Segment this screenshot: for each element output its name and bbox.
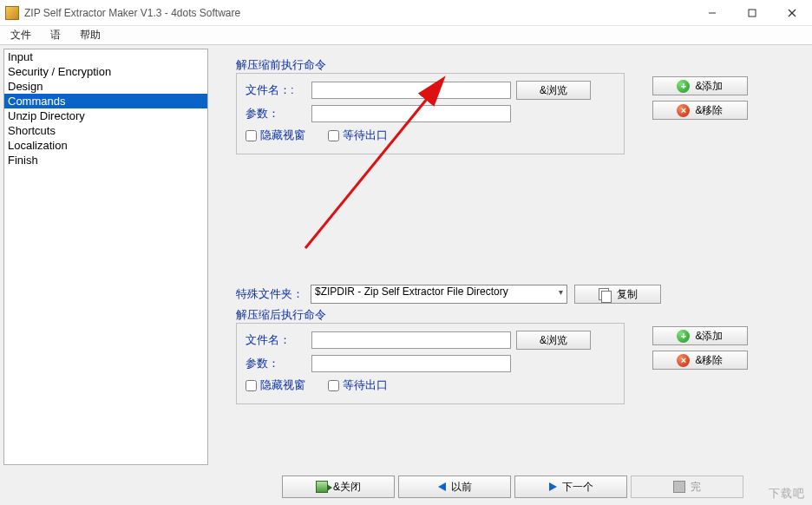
special-folder-value: $ZIPDIR - Zip Self Extractor File Direct… [315, 285, 508, 298]
minimize-button[interactable] [692, 0, 732, 25]
arrow-left-icon [438, 482, 446, 491]
after-remove-button[interactable]: × &移除 [652, 351, 748, 370]
after-browse-button[interactable]: &浏览 [516, 331, 591, 350]
sidebar-item-commands[interactable]: Commands [4, 94, 207, 108]
after-hide-window-input[interactable] [246, 380, 257, 391]
step-sidebar: Input Security / Encryption Design Comma… [3, 49, 208, 465]
menubar: 文件 语 帮助 [0, 26, 812, 45]
copy-label: 复制 [617, 287, 638, 302]
before-remove-button[interactable]: × &移除 [652, 101, 748, 120]
special-folder-label: 特殊文件夹： [236, 286, 304, 302]
copy-button[interactable]: 复制 [574, 285, 661, 304]
before-wait-exit-checkbox[interactable]: 等待出口 [328, 128, 388, 143]
before-wait-exit-label: 等待出口 [343, 128, 388, 143]
before-browse-label: &浏览 [540, 83, 567, 98]
group-before-box: 文件名：: &浏览 参数： 隐藏视窗 等待出口 [236, 73, 625, 154]
add-icon: + [677, 330, 690, 343]
after-wait-exit-checkbox[interactable]: 等待出口 [328, 377, 388, 393]
close-button[interactable] [772, 0, 812, 25]
after-hide-window-label: 隐藏视窗 [260, 377, 305, 393]
before-remove-label: &移除 [695, 103, 723, 118]
after-wait-exit-input[interactable] [328, 380, 339, 391]
before-hide-window-label: 隐藏视窗 [260, 128, 305, 143]
sidebar-item-design[interactable]: Design [4, 79, 207, 94]
before-wait-exit-input[interactable] [328, 130, 339, 141]
after-filename-input[interactable] [311, 331, 511, 349]
after-browse-label: &浏览 [540, 333, 567, 348]
window-titlebar: ZIP Self Extractor Maker V1.3 - 4dots So… [0, 0, 812, 26]
after-params-label: 参数： [246, 356, 306, 371]
sidebar-item-localization[interactable]: Localization [4, 138, 207, 153]
svg-rect-1 [749, 10, 756, 16]
group-after-title: 解压缩后执行命令 [236, 307, 326, 323]
menu-language[interactable]: 语 [47, 26, 64, 44]
menu-file[interactable]: 文件 [7, 26, 35, 44]
after-params-input[interactable] [311, 355, 511, 372]
wizard-nav: &关闭 以前 下一个 完 [219, 474, 807, 500]
menu-help[interactable]: 帮助 [76, 26, 104, 44]
group-before-title: 解压缩前执行命令 [236, 57, 326, 73]
remove-icon: × [677, 354, 690, 367]
before-filename-input[interactable] [311, 82, 511, 99]
door-exit-icon [316, 481, 328, 493]
after-remove-label: &移除 [695, 353, 723, 368]
sidebar-item-security[interactable]: Security / Encryption [4, 64, 207, 79]
after-add-label: &添加 [695, 329, 723, 344]
sidebar-item-finish[interactable]: Finish [4, 153, 207, 167]
sidebar-item-unzip-directory[interactable]: Unzip Directory [4, 108, 207, 123]
close-wizard-label: &关闭 [333, 480, 361, 495]
add-icon: + [677, 80, 690, 93]
main-panel: 解压缩前执行命令 文件名：: &浏览 参数： 隐藏视窗 [219, 49, 807, 465]
remove-icon: × [677, 104, 690, 117]
sidebar-item-input[interactable]: Input [4, 49, 207, 64]
maximize-button[interactable] [732, 0, 772, 25]
copy-icon [598, 287, 612, 301]
window-title: ZIP Self Extractor Maker V1.3 - 4dots So… [24, 7, 692, 19]
before-add-button[interactable]: + &添加 [652, 76, 748, 95]
before-hide-window-input[interactable] [246, 130, 257, 141]
before-params-input[interactable] [311, 105, 511, 122]
app-icon [5, 6, 19, 20]
close-wizard-button[interactable]: &关闭 [282, 475, 395, 498]
after-wait-exit-label: 等待出口 [343, 377, 388, 393]
sidebar-item-shortcuts[interactable]: Shortcuts [4, 123, 207, 138]
save-icon [673, 481, 685, 493]
arrow-right-icon [549, 482, 557, 491]
next-label: 下一个 [562, 480, 593, 495]
before-hide-window-checkbox[interactable]: 隐藏视窗 [246, 128, 305, 143]
group-after-box: 文件名： &浏览 参数： 隐藏视窗 等待出口 [236, 323, 625, 404]
before-browse-button[interactable]: &浏览 [516, 81, 591, 100]
before-params-label: 参数： [246, 106, 306, 121]
next-button[interactable]: 下一个 [514, 475, 627, 498]
prev-label: 以前 [451, 480, 472, 495]
after-hide-window-checkbox[interactable]: 隐藏视窗 [246, 377, 305, 393]
after-filename-label: 文件名： [246, 332, 306, 348]
finish-button[interactable]: 完 [631, 475, 743, 498]
before-filename-label: 文件名：: [246, 82, 306, 98]
before-add-label: &添加 [695, 79, 723, 94]
finish-label: 完 [691, 480, 701, 495]
after-add-button[interactable]: + &添加 [652, 326, 748, 345]
prev-button[interactable]: 以前 [398, 475, 511, 498]
special-folder-select[interactable]: $ZIPDIR - Zip Self Extractor File Direct… [311, 285, 567, 304]
